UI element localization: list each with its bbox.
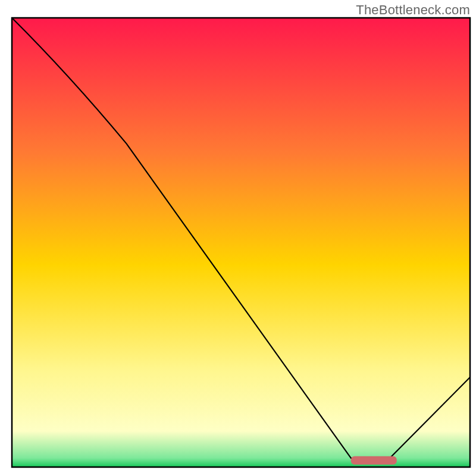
- plot-background: [12, 18, 470, 467]
- optimal-marker: [351, 456, 397, 465]
- watermark-text: TheBottleneck.com: [356, 2, 470, 18]
- chart-container: { "watermark": "TheBottleneck.com", "cha…: [0, 0, 476, 476]
- bottleneck-chart: [0, 0, 476, 476]
